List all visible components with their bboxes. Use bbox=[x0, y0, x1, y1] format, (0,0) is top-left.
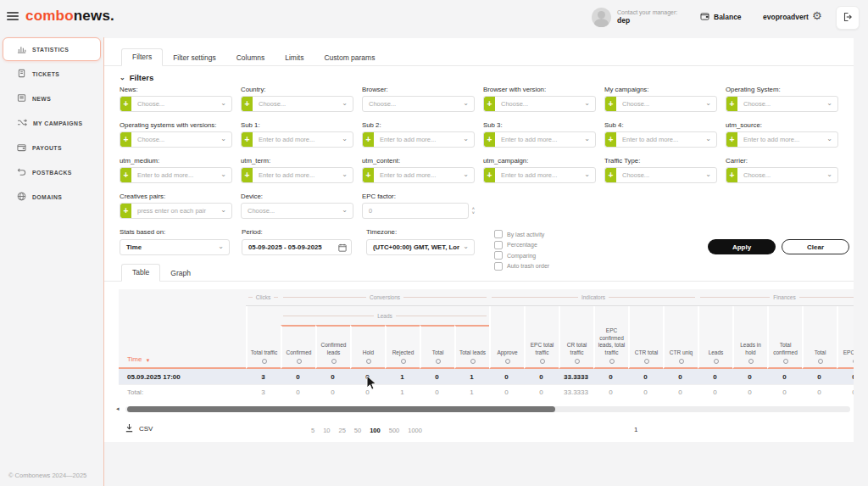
page-size-10[interactable]: 10 bbox=[323, 427, 330, 434]
page-size-25[interactable]: 25 bbox=[339, 427, 346, 434]
plus-icon[interactable]: + bbox=[605, 168, 616, 182]
plus-icon[interactable]: + bbox=[120, 97, 131, 111]
sidebar-item-news[interactable]: NEWS bbox=[3, 87, 101, 110]
plus-icon[interactable]: + bbox=[484, 132, 495, 147]
filter-select-sub-3[interactable]: +Enter to add more...⌄ bbox=[483, 131, 596, 148]
account-name[interactable]: evoproadvert bbox=[763, 13, 809, 21]
plus-icon[interactable]: + bbox=[363, 132, 374, 147]
checkbox-box[interactable] bbox=[494, 251, 503, 260]
filter-select-sub-2[interactable]: +Enter to add more...⌄ bbox=[362, 131, 475, 148]
sidebar-item-statistics[interactable]: STATISTICS bbox=[3, 37, 101, 61]
plus-icon[interactable]: + bbox=[242, 97, 253, 111]
timezone-select[interactable]: (UTC+00:00) GMT, WET, London, ... ⌄ bbox=[366, 239, 475, 255]
column-header-epc-total-traffic[interactable]: EPC total traffic bbox=[524, 306, 559, 369]
column-header-leads[interactable]: Leads bbox=[698, 306, 732, 369]
checkbox-comparing[interactable]: Comparing bbox=[494, 251, 549, 260]
plus-icon[interactable]: + bbox=[242, 132, 253, 147]
sidebar-item-tickets[interactable]: TICKETS bbox=[3, 62, 101, 86]
filter-select-utm-term[interactable]: +Enter to add more...⌄ bbox=[241, 167, 353, 183]
sidebar-item-my-campaigns[interactable]: MY CAMPAIGNS bbox=[3, 111, 101, 135]
filter-select-browser-with-version[interactable]: +Choose...⌄ bbox=[483, 96, 596, 112]
tab-custom-params[interactable]: Custom params bbox=[314, 50, 385, 66]
scrollbar-thumb[interactable] bbox=[127, 406, 555, 412]
filter-select-operating-system[interactable]: +Choose...⌄ bbox=[726, 96, 838, 112]
sidebar-item-domains[interactable]: DOMAINS bbox=[3, 185, 101, 209]
column-header-hold[interactable]: Hold bbox=[350, 325, 385, 369]
checkbox-by-last-activity[interactable]: By last activity bbox=[494, 230, 549, 238]
filter-select-sub-4[interactable]: +Enter to add more...⌄ bbox=[604, 131, 717, 148]
filter-select-country[interactable]: +Choose...⌄ bbox=[241, 96, 353, 112]
checkbox-box[interactable] bbox=[494, 241, 503, 249]
view-tab-table[interactable]: Table bbox=[121, 264, 160, 282]
plus-icon[interactable]: + bbox=[120, 132, 131, 147]
page-size-5[interactable]: 5 bbox=[311, 427, 314, 434]
tab-filter-settings[interactable]: Filter settings bbox=[163, 50, 226, 66]
page-size-100[interactable]: 100 bbox=[370, 427, 381, 434]
view-tab-graph[interactable]: Graph bbox=[160, 265, 201, 282]
filter-select-utm-medium[interactable]: +Enter to add more...⌄ bbox=[120, 167, 232, 183]
column-header-epc-confirmed-leads-total-traffic[interactable]: EPC confirmed leads, total traffic bbox=[593, 306, 628, 369]
filter-select-utm-source[interactable]: +Enter to add more...⌄ bbox=[726, 131, 838, 148]
column-header-total-traffic[interactable]: Total traffic bbox=[246, 306, 281, 369]
filter-select-device[interactable]: Choose...⌄ bbox=[241, 203, 353, 219]
page-size-1000[interactable]: 1000 bbox=[408, 427, 422, 434]
filter-select-creatives-pairs[interactable]: +press enter on each pair⌄ bbox=[120, 203, 232, 219]
tab-limits[interactable]: Limits bbox=[275, 50, 314, 66]
scroll-left-icon[interactable]: ◂ bbox=[116, 405, 120, 412]
column-header-confirmed-leads[interactable]: Confirmed leads bbox=[315, 325, 350, 369]
csv-export-button[interactable]: CSV bbox=[125, 423, 153, 434]
filter-select-browser[interactable]: Choose...⌄ bbox=[362, 96, 475, 112]
plus-icon[interactable]: + bbox=[242, 168, 253, 182]
plus-icon[interactable]: + bbox=[605, 132, 616, 147]
filter-select-sub-1[interactable]: +Enter to add more...⌄ bbox=[241, 131, 353, 148]
plus-icon[interactable]: + bbox=[484, 168, 495, 182]
column-header-total[interactable]: Total bbox=[802, 306, 837, 369]
period-input[interactable]: 05-09-2025 - 05-09-2025 bbox=[242, 239, 352, 255]
plus-icon[interactable]: + bbox=[363, 168, 374, 182]
page-size-50[interactable]: 50 bbox=[354, 427, 361, 434]
filter-select-my-campaigns[interactable]: +Choose...⌄ bbox=[604, 96, 717, 112]
clear-button[interactable]: Clear bbox=[782, 239, 849, 254]
page-size-500[interactable]: 500 bbox=[389, 427, 400, 434]
column-header-cr-total-traffic[interactable]: CR total traffic bbox=[559, 306, 593, 369]
column-header-epc-hold[interactable]: EPC hold bbox=[837, 306, 854, 369]
filter-select-traffic-type[interactable]: +Choose...⌄ bbox=[604, 167, 717, 183]
filters-section-toggle[interactable]: ⌄ Filters bbox=[120, 73, 153, 82]
plus-icon[interactable]: + bbox=[120, 204, 131, 218]
epc-factor-input[interactable]: 0 bbox=[362, 203, 469, 219]
number-stepper[interactable]: ˄˅ bbox=[472, 207, 475, 215]
checkbox-box[interactable] bbox=[494, 230, 503, 238]
column-header-confirmed[interactable]: Confirmed bbox=[281, 325, 315, 369]
column-header-ctr-total[interactable]: CTR total bbox=[628, 306, 663, 369]
sidebar-item-payouts[interactable]: PAYOUTS bbox=[3, 136, 101, 159]
column-header-rejected[interactable]: Rejected bbox=[385, 325, 420, 369]
filter-select-news[interactable]: +Choose...⌄ bbox=[120, 96, 232, 112]
checkbox-percentage[interactable]: Percentage bbox=[494, 241, 549, 249]
filter-select-utm-content[interactable]: +Enter to add more...⌄ bbox=[362, 167, 475, 183]
column-header-time[interactable]: Time▼ bbox=[119, 289, 246, 369]
column-header-total-leads[interactable]: Total leads bbox=[454, 325, 489, 369]
apply-button[interactable]: Apply bbox=[708, 239, 776, 254]
plus-icon[interactable]: + bbox=[726, 168, 737, 182]
hamburger-icon[interactable] bbox=[7, 12, 19, 21]
logout-button[interactable] bbox=[836, 6, 860, 30]
column-header-total[interactable]: Total bbox=[420, 325, 454, 369]
current-page[interactable]: 1 bbox=[634, 426, 637, 433]
tab-filters[interactable]: Filters bbox=[121, 48, 163, 66]
stats-based-on-select[interactable]: Time ⌄ bbox=[120, 239, 230, 255]
tab-columns[interactable]: Columns bbox=[226, 50, 275, 66]
filter-select-utm-campaign[interactable]: +Enter to add more...⌄ bbox=[483, 167, 596, 183]
balance-button[interactable]: Balance bbox=[700, 12, 742, 22]
horizontal-scrollbar[interactable] bbox=[125, 406, 850, 412]
plus-icon[interactable]: + bbox=[726, 132, 737, 147]
filter-select-operating-systems-with-versions[interactable]: +Choose...⌄ bbox=[120, 131, 232, 148]
plus-icon[interactable]: + bbox=[120, 168, 131, 182]
column-header-ctr-uniq[interactable]: CTR uniq bbox=[663, 306, 698, 369]
sidebar-item-postbacks[interactable]: POSTBACKS bbox=[3, 160, 101, 184]
column-header-total-confirmed[interactable]: Total confirmed bbox=[767, 306, 802, 369]
plus-icon[interactable]: + bbox=[484, 97, 495, 111]
filter-select-carrier[interactable]: +Choose...⌄ bbox=[726, 167, 838, 183]
gear-icon[interactable]: ⚙ bbox=[812, 9, 822, 22]
column-header-leads-in-hold[interactable]: Leads in hold bbox=[732, 306, 767, 369]
plus-icon[interactable]: + bbox=[726, 97, 737, 111]
